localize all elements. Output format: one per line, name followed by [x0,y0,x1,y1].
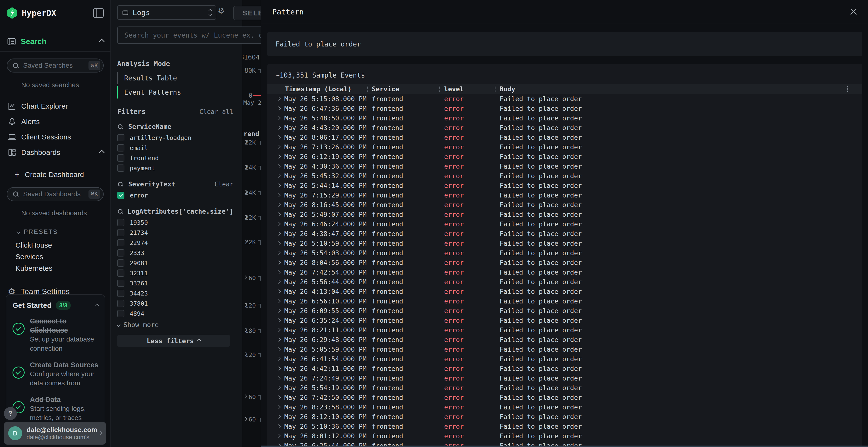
create-dashboard-button[interactable]: + Create Dashboard [14,170,111,179]
filter-option[interactable]: 33261 [117,278,234,288]
event-row[interactable]: May 26 6:56:10.000 PM frontend error Fai… [268,296,862,306]
expand-event-icon[interactable] [277,232,281,236]
expand-event-icon[interactable] [277,328,281,332]
filter-option[interactable]: 32311 [117,268,234,278]
expand-event-icon[interactable] [277,164,281,168]
expand-event-icon[interactable] [277,347,281,351]
checkbox-unchecked[interactable] [117,229,124,236]
expand-event-icon[interactable] [277,280,281,284]
expand-event-icon[interactable] [277,241,281,245]
filter-option[interactable]: 4894 [117,309,234,319]
event-row[interactable]: May 26 7:42:54.000 PM frontend error Fai… [268,267,862,277]
filter-option[interactable]: 34423 [117,288,234,299]
sidebar-item-client-sessions[interactable]: Client Sessions [0,129,111,145]
expand-event-icon[interactable] [277,135,281,139]
checkbox-unchecked[interactable] [117,154,124,162]
event-row[interactable]: May 26 6:29:48.000 PM frontend error Fai… [268,335,862,344]
source-settings-gear-icon[interactable]: ⚙ [218,6,225,15]
event-row[interactable]: May 26 5:48:50.000 PM frontend error Fai… [268,113,862,123]
event-row[interactable]: May 26 5:45:32.000 PM frontend error Fai… [268,171,862,181]
get-started-task[interactable]: Connect to ClickHouse Set up your databa… [12,316,98,353]
table-options-kebab-icon[interactable] [847,86,848,92]
show-more-link[interactable]: Show more [117,321,234,329]
event-row[interactable]: May 26 6:12:19.000 PM frontend error Fai… [268,152,862,161]
filter-option[interactable]: 2333 [117,248,234,258]
event-row[interactable]: May 26 7:42:50.000 PM frontend error Fai… [268,392,862,402]
event-row[interactable]: May 26 8:06:17.000 PM frontend error Fai… [268,133,862,142]
checkbox-unchecked[interactable] [117,280,124,287]
checkbox-unchecked[interactable] [117,300,124,307]
expand-event-icon[interactable] [277,116,281,120]
checkbox-unchecked[interactable] [117,249,124,256]
event-row[interactable]: May 26 5:05:59.000 PM frontend error Fai… [268,344,862,354]
get-started-task[interactable]: Add Data Start sending logs, metrics, or… [12,395,98,422]
checkbox-unchecked[interactable] [117,134,124,141]
expand-event-icon[interactable] [277,251,281,255]
expand-event-icon[interactable] [277,357,281,361]
event-row[interactable]: May 26 7:24:49.000 PM frontend error Fai… [268,373,862,383]
user-menu[interactable]: D dale@clickhouse.com dale@clickhouse.co… [4,422,106,445]
event-row[interactable]: May 26 6:35:24.000 PM frontend error Fai… [268,315,862,325]
event-row[interactable]: May 26 5:49:07.000 PM frontend error Fai… [268,209,862,219]
event-row[interactable]: May 26 8:04:56.000 PM frontend error Fai… [268,258,862,267]
preset-item[interactable]: Services [0,251,111,263]
expand-event-icon[interactable] [277,434,281,438]
filter-option[interactable]: 37801 [117,299,234,309]
checkbox-unchecked[interactable] [117,165,124,172]
filter-search-icon[interactable] [117,181,123,187]
expand-event-icon[interactable] [277,396,281,400]
expand-event-icon[interactable] [277,261,281,265]
sidebar-item-alerts[interactable]: Alerts [0,114,111,129]
filter-search-icon[interactable] [117,209,123,214]
event-row[interactable]: May 26 7:15:29.000 PM frontend error Fai… [268,190,862,200]
expand-row-icon[interactable] [243,394,247,399]
expand-event-icon[interactable] [277,405,281,409]
source-select[interactable]: Logs [117,5,216,20]
expand-event-icon[interactable] [277,424,281,428]
event-row[interactable]: May 26 4:30:36.000 PM frontend error Fai… [268,161,862,171]
checkbox-unchecked[interactable] [117,219,124,226]
event-row[interactable]: May 26 8:21:11.000 PM frontend error Fai… [268,325,862,335]
event-row[interactable]: May 26 4:38:47.000 PM frontend error Fai… [268,229,862,238]
column-service[interactable]: Service [367,84,439,94]
expand-event-icon[interactable] [277,154,281,159]
expand-event-icon[interactable] [277,193,281,197]
expand-event-icon[interactable] [277,415,281,419]
clear-all-link[interactable]: Clear all [199,108,234,115]
event-row[interactable]: May 26 4:42:11.000 PM frontend error Fai… [268,364,862,373]
event-row[interactable]: May 26 6:09:55.000 PM frontend error Fai… [268,306,862,315]
presets-toggle[interactable]: PRESETS [17,228,111,236]
expand-event-icon[interactable] [277,318,281,322]
filter-option[interactable]: artillery-loadgen [117,133,234,143]
expand-event-icon[interactable] [277,299,281,303]
event-row[interactable]: May 26 8:12:10.000 PM frontend error Fai… [268,412,862,421]
expand-event-icon[interactable] [277,203,281,207]
sidebar-item-dashboards[interactable]: Dashboards [0,145,111,160]
chevron-up-icon[interactable] [99,38,104,44]
saved-dashboards-field[interactable] [23,190,89,198]
event-row[interactable]: May 26 8:01:12.000 PM frontend error Fai… [268,431,862,441]
sidebar-item-chart-explorer[interactable]: Chart Explorer [0,99,111,114]
expand-event-icon[interactable] [277,367,281,371]
expand-event-icon[interactable] [277,174,281,178]
filter-option[interactable]: frontend [117,153,234,163]
saved-searches-field[interactable] [23,61,89,70]
filter-option-error[interactable]: error [117,190,234,200]
event-row[interactable]: May 26 5:10:36.000 PM frontend error Fai… [268,421,862,431]
expand-event-icon[interactable] [277,97,281,101]
expand-event-icon[interactable] [277,145,281,149]
filter-option[interactable]: 19350 [117,217,234,228]
expand-row-icon[interactable] [243,276,247,280]
saved-searches-input[interactable]: ⌘K [7,59,104,72]
checkbox-unchecked[interactable] [117,239,124,246]
chevron-up-icon[interactable] [95,304,99,308]
expand-event-icon[interactable] [277,270,281,274]
column-timestamp[interactable]: Timestamp (Local) [268,84,367,94]
expand-event-icon[interactable] [277,183,281,187]
filter-option[interactable]: email [117,143,234,153]
chevron-up-icon[interactable] [99,149,104,156]
checkbox-unchecked[interactable] [117,290,124,297]
event-row[interactable]: May 26 4:13:04.000 PM frontend error Fai… [268,286,862,296]
saved-dashboards-input[interactable]: ⌘K [7,187,104,201]
mode-event-patterns[interactable]: Event Patterns [117,86,234,99]
